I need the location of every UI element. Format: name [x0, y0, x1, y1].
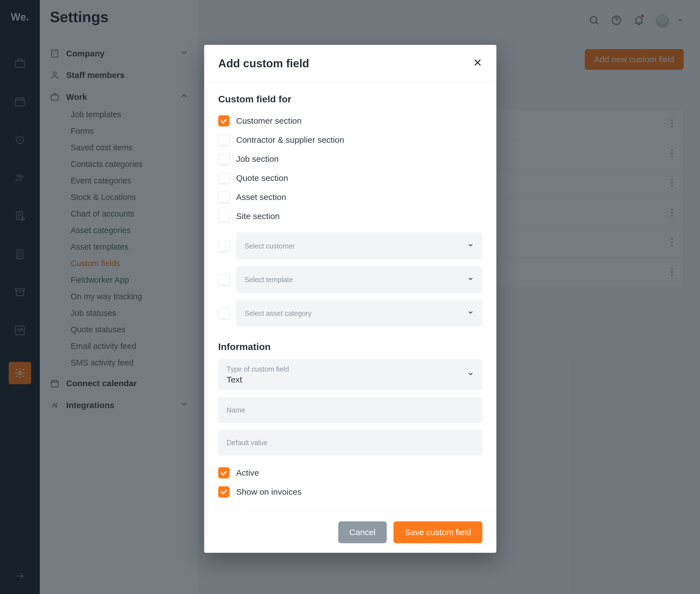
default-value-input[interactable]: Default value: [218, 430, 482, 456]
section-checkbox[interactable]: [218, 172, 229, 184]
field-label: Select asset category: [244, 309, 474, 318]
select-field[interactable]: Select template: [236, 266, 482, 293]
section-checkbox[interactable]: [218, 134, 229, 145]
field-label: Select template: [244, 276, 474, 284]
field-label: Default value: [227, 439, 268, 447]
checkbox-label: Active: [236, 468, 259, 477]
field-label: Select customer: [244, 242, 474, 250]
modal-title: Add custom field: [218, 57, 309, 70]
section-title-custom-field-for: Custom field for: [218, 94, 482, 105]
checkbox-label: Site section: [236, 211, 279, 221]
select-field[interactable]: Select asset category: [236, 300, 482, 327]
select-field[interactable]: Select customer: [236, 232, 482, 259]
chevron-down-icon: [467, 275, 474, 284]
link-checkbox[interactable]: [218, 274, 229, 285]
checkbox-label: Quote section: [236, 173, 288, 183]
link-checkbox[interactable]: [218, 240, 229, 252]
save-button[interactable]: Save custom field: [394, 521, 482, 543]
section-checkbox[interactable]: [218, 210, 229, 222]
checkbox-label: Job section: [236, 154, 279, 164]
add-custom-field-modal: Add custom field Custom field for Custom…: [204, 45, 496, 553]
active-checkbox[interactable]: [218, 467, 229, 478]
field-value: Text: [227, 375, 474, 385]
checkbox-label: Show on invoices: [236, 487, 301, 497]
section-checkbox[interactable]: [218, 115, 229, 127]
chevron-down-icon: [467, 370, 474, 379]
chevron-down-icon: [467, 309, 474, 318]
show-on-invoices-checkbox[interactable]: [218, 486, 229, 497]
field-label: Name: [227, 406, 245, 414]
modal-footer: Cancel Save custom field: [204, 512, 496, 553]
name-input[interactable]: Name: [218, 397, 482, 423]
checkbox-label: Customer section: [236, 116, 301, 126]
close-icon[interactable]: [473, 58, 482, 69]
link-checkbox[interactable]: [218, 308, 229, 319]
section-title-information: Information: [218, 341, 482, 352]
section-checkbox[interactable]: [218, 154, 229, 165]
chevron-down-icon: [467, 241, 474, 251]
checkbox-label: Asset section: [236, 192, 286, 202]
type-select[interactable]: Type of custom field Text: [218, 359, 482, 390]
section-checkbox[interactable]: [218, 192, 229, 203]
modal-header: Add custom field: [204, 45, 496, 81]
field-label: Type of custom field: [227, 365, 474, 373]
cancel-button[interactable]: Cancel: [338, 521, 387, 543]
checkbox-label: Contractor & supplier section: [236, 135, 344, 145]
